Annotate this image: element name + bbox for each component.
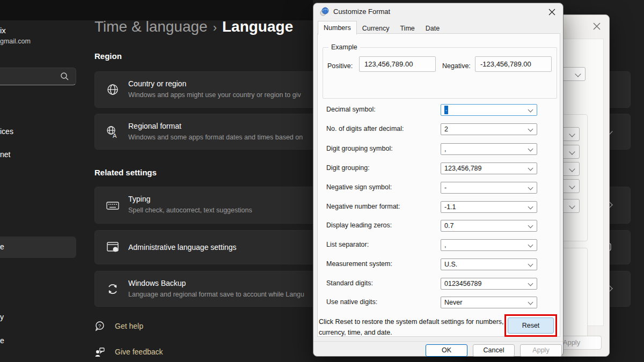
measurement-system-dropdown[interactable]: U.S.: [441, 258, 537, 270]
card-desc: Windows and apps might use your country …: [128, 91, 301, 99]
help-icon: ?: [94, 321, 105, 331]
get-help-link[interactable]: ? Get help: [94, 321, 143, 331]
decimal-symbol-label: Decimal symbol:: [326, 106, 376, 113]
globe-icon: [106, 83, 120, 97]
card-desc: Spell check, autocorrect, text suggestio…: [128, 206, 252, 214]
region-section-header: Region: [94, 51, 122, 61]
card-title: Regional format: [128, 122, 181, 130]
reset-button[interactable]: Reset: [508, 317, 554, 334]
divider: [313, 341, 563, 342]
sidebar-item-network[interactable]: net: [0, 150, 10, 159]
digit-grouping-symbol-dropdown[interactable]: ,: [441, 143, 537, 155]
admin-language-icon: [106, 240, 120, 254]
measurement-system-label: Measurement system:: [326, 260, 392, 268]
search-input[interactable]: [0, 68, 76, 85]
account-name: ix: [0, 26, 6, 35]
card-title: Country or region: [128, 79, 186, 88]
list-separator-label: List separator:: [326, 241, 369, 248]
ok-button[interactable]: OK: [426, 344, 467, 357]
reset-note: Click Reset to restore the system defaul…: [319, 316, 508, 338]
positive-example-field: 123,456,789.00: [359, 56, 436, 72]
svg-text:?: ?: [98, 323, 101, 329]
related-settings-header: Related settings: [94, 168, 157, 177]
sync-icon: [106, 282, 120, 296]
decimal-symbol-dropdown[interactable]: .: [441, 104, 537, 116]
apply-button[interactable]: Apply: [520, 344, 562, 357]
svg-text:A: A: [113, 132, 117, 139]
account-email: gmail.com: [0, 38, 31, 45]
digits-after-decimal-dropdown[interactable]: 2: [441, 123, 537, 135]
breadcrumb-separator: ›: [208, 21, 222, 34]
customize-format-dialog: Customize Format Numbers Currency Time D…: [313, 3, 564, 357]
standard-digits-label: Standard digits:: [326, 279, 373, 287]
negative-number-format-label: Negative number format:: [326, 203, 400, 210]
negative-example-field: -123,456,789.00: [475, 56, 552, 72]
card-title: Windows Backup: [128, 279, 186, 287]
negative-label: Negative:: [442, 62, 471, 70]
sidebar-item-update[interactable]: e: [0, 336, 4, 345]
screen: ix gmail.com ices net e y e Time & langu…: [0, 0, 644, 362]
close-icon[interactable]: [545, 5, 559, 18]
keyboard-icon: [106, 198, 120, 212]
card-title: Administrative language settings: [128, 243, 237, 252]
settings-titlebar: [0, 0, 313, 20]
use-native-digits-label: Use native digits:: [326, 298, 377, 306]
search-icon: [60, 72, 69, 81]
example-groupbox: Example Positive: 123,456,789.00 Negativ…: [323, 47, 557, 99]
card-desc: Language and regional format save to acc…: [128, 291, 304, 298]
sidebar-item-devices[interactable]: ices: [0, 127, 13, 136]
digit-grouping-symbol-label: Digit grouping symbol:: [326, 145, 393, 152]
display-leading-zeros-label: Display leading zeros:: [326, 221, 392, 229]
tab-numbers[interactable]: Numbers: [318, 21, 357, 35]
feedback-icon: [94, 346, 105, 357]
breadcrumb: Time & language›Language: [94, 18, 293, 35]
cancel-button[interactable]: Cancel: [473, 344, 515, 357]
digit-grouping-label: Digit grouping:: [326, 164, 370, 172]
negative-number-format-dropdown[interactable]: -1.1: [441, 201, 537, 213]
list-separator-dropdown[interactable]: ,: [441, 239, 537, 251]
card-desc: Windows and some apps format dates and t…: [128, 134, 303, 141]
dialog-titlebar[interactable]: Customize Format: [313, 3, 563, 19]
display-leading-zeros-dropdown[interactable]: 0.7: [441, 220, 537, 232]
negative-sign-symbol-label: Negative sign symbol:: [326, 183, 392, 191]
use-native-digits-dropdown[interactable]: Never: [441, 297, 537, 308]
positive-label: Positive:: [327, 62, 353, 70]
example-legend: Example: [328, 43, 360, 51]
standard-digits-dropdown[interactable]: 0123456789: [441, 278, 537, 290]
dialog-title: Customize Format: [333, 8, 390, 16]
digits-after-decimal-label: No. of digits after decimal:: [326, 125, 404, 132]
digit-grouping-dropdown[interactable]: 123,456,789: [441, 162, 537, 174]
sidebar-item-privacy[interactable]: y: [0, 313, 4, 321]
page-title: Language: [222, 18, 293, 35]
region-globe-icon: [320, 7, 329, 16]
regional-format-icon: A: [106, 125, 120, 139]
negative-sign-symbol-dropdown[interactable]: -: [441, 182, 537, 194]
card-title: Typing: [128, 195, 150, 203]
close-icon[interactable]: [591, 20, 603, 32]
give-feedback-link[interactable]: Give feedback: [94, 346, 163, 357]
breadcrumb-parent[interactable]: Time & language: [94, 18, 208, 35]
sidebar-item-time-language-selected[interactable]: e: [0, 237, 76, 258]
